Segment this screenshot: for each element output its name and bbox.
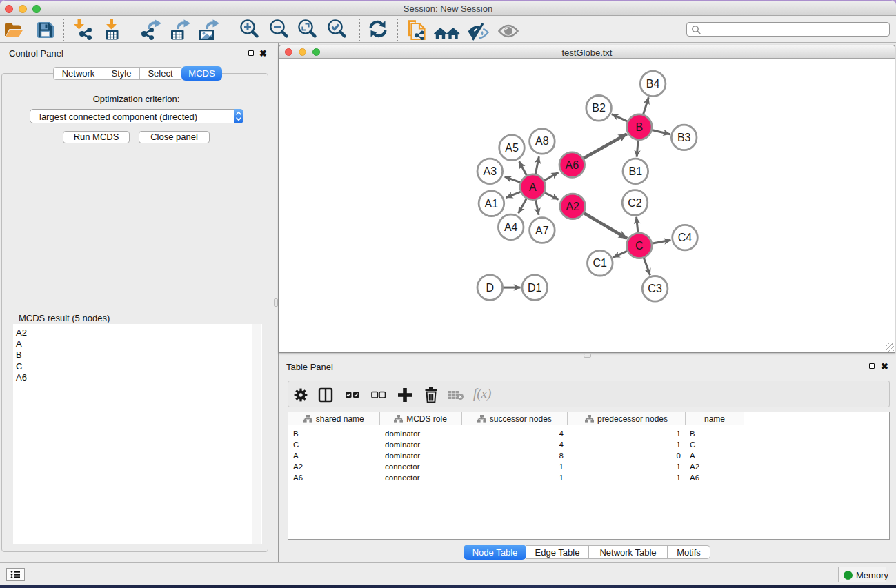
svg-text:A: A: [529, 181, 537, 193]
svg-text:C3: C3: [648, 283, 662, 294]
svg-text:A6: A6: [566, 159, 579, 171]
svg-text:A5: A5: [505, 142, 519, 154]
svg-text:A3: A3: [484, 165, 497, 177]
svg-text:A1: A1: [485, 198, 499, 210]
svg-text:A8: A8: [535, 135, 549, 147]
svg-text:B3: B3: [677, 132, 691, 143]
svg-text:C1: C1: [593, 257, 608, 269]
svg-text:C4: C4: [678, 232, 693, 243]
svg-text:C: C: [635, 240, 644, 252]
svg-text:B: B: [635, 121, 643, 133]
svg-text:B1: B1: [629, 165, 643, 177]
svg-text:B4: B4: [646, 78, 660, 90]
svg-text:D1: D1: [528, 282, 542, 294]
svg-text:A4: A4: [504, 221, 518, 233]
svg-text:B2: B2: [592, 102, 606, 114]
svg-text:A2: A2: [566, 201, 579, 212]
svg-text:C2: C2: [628, 197, 642, 209]
svg-text:D: D: [486, 282, 495, 294]
svg-text:A7: A7: [535, 225, 549, 236]
